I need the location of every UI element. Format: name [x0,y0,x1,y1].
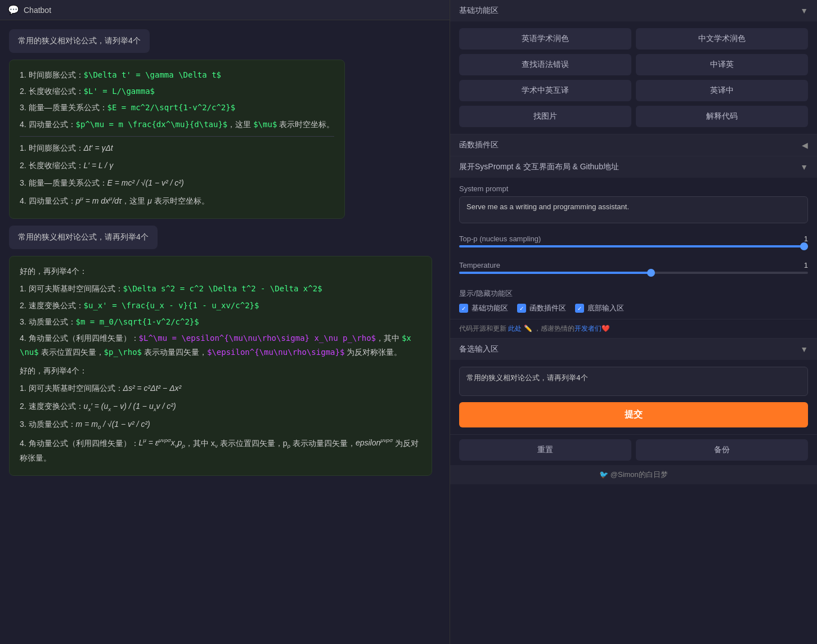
bottom-buttons: 重置 备份 [450,435,817,465]
basic-functions-grid: 英语学术润色 中文学术润色 查找语法错误 中译英 学术中英互译 英译中 找图片 … [450,21,817,134]
source-text: 代码开源和更新 [459,325,506,332]
temperature-label: Temperature [459,261,500,269]
visibility-section: 显示/隐藏功能区 ✓ 基础功能区 ✓ 函数插件区 ✓ 底部输入区 [450,283,817,319]
heart-icon: ❤️ [601,325,610,332]
btn-zh-en[interactable]: 中译英 [636,54,808,75]
backup-content: 常用的狭义相对论公式，请再列举4个 提交 [450,360,817,434]
response-list-2-raw: 1. 闵可夫斯基时空间隔公式：$\Delta s^2 = c^2 \Delta … [20,282,421,359]
backup-textarea[interactable]: 常用的狭义相对论公式，请再列举4个 [459,367,808,396]
basic-functions-header[interactable]: 基础功能区 ▼ [450,0,817,21]
sysprompt-arrow: ▼ [800,163,808,172]
visibility-title: 显示/隐藏功能区 [459,289,808,299]
checkbox-bottom: ✓ 底部输入区 [575,303,624,313]
response-intro: 好的，再列举4个： [20,264,421,278]
temperature-thumb[interactable] [647,269,655,277]
top-p-fill [459,245,808,247]
right-panel: 基础功能区 ▼ 英语学术润色 中文学术润色 查找语法错误 中译英 学术中英互译 … [450,0,817,644]
btn-academic-translate[interactable]: 学术中英互译 [459,80,631,101]
temperature-fill [459,272,651,274]
app-title: Chatbot [24,6,51,15]
checkbox-basic-box[interactable]: ✓ [459,304,468,313]
checkbox-bottom-box[interactable]: ✓ [575,304,584,313]
user-message-2: 常用的狭义相对论公式，请再列举4个 [9,226,158,249]
temperature-track[interactable] [459,272,808,274]
btn-english-polish[interactable]: 英语学术润色 [459,28,631,49]
thanks-link[interactable]: 开发者们 [574,325,601,332]
response-list-1: 1. 时间膨胀公式：$\Delta t' = \gamma \Delta t$ … [20,68,334,132]
assistant-message-1: 1. 时间膨胀公式：$\Delta t' = \gamma \Delta t$ … [9,60,345,219]
sysprompt-label: System prompt [459,184,808,193]
checkbox-plugin: ✓ 函数插件区 [517,303,566,313]
chatbot-icon: 💬 [8,4,19,15]
basic-functions-section: 基础功能区 ▼ 英语学术润色 中文学术润色 查找语法错误 中译英 学术中英互译 … [450,0,817,134]
backup-button[interactable]: 备份 [636,439,808,461]
btn-find-image[interactable]: 找图片 [459,106,631,127]
top-p-track[interactable] [459,245,808,247]
basic-functions-title: 基础功能区 [459,6,499,16]
user-message-1: 常用的狭义相对论公式，请列举4个 [9,29,150,53]
checkbox-basic-label: 基础功能区 [472,303,508,313]
backup-arrow: ▼ [800,345,808,354]
backup-header[interactable]: 备选输入区 ▼ [450,339,817,360]
assistant-message-2: 好的，再列举4个： 1. 闵可夫斯基时空间隔公式：$\Delta s^2 = c… [9,256,432,476]
btn-en-zh[interactable]: 英译中 [636,80,808,101]
chat-area: 常用的狭义相对论公式，请列举4个 1. 时间膨胀公式：$\Delta t' = … [0,20,450,644]
top-p-group: Top-p (nucleus sampling) 1 [450,230,817,256]
sysprompt-section-title: 展开SysPrompt & 交互界面布局 & Github地址 [459,162,619,172]
btn-grammar-check[interactable]: 查找语法错误 [459,54,631,75]
checkbox-basic: ✓ 基础功能区 [459,303,508,313]
checkbox-bottom-label: 底部输入区 [587,303,624,313]
title-bar: 💬 Chatbot [0,0,450,20]
plugin-section: 函数插件区 ◀ [450,134,817,156]
reset-button[interactable]: 重置 [459,439,631,461]
watermark: 🐦 @Simon的白日梦 [450,465,817,484]
top-p-value: 1 [804,235,808,243]
response-list-2-rendered: 1. 闵可夫斯基时空间隔公式：Δs² = c²Δt² − Δx² 2. 速度变换… [20,381,421,465]
btn-chinese-polish[interactable]: 中文学术润色 [636,28,808,49]
rendered-list-1: 1. 时间膨胀公式：Δt′ = γΔt 2. 长度收缩公式：L′ = L / γ… [20,141,334,208]
backup-title: 备选输入区 [459,344,499,354]
btn-explain-code[interactable]: 解释代码 [636,106,808,127]
plugin-header[interactable]: 函数插件区 ◀ [450,134,817,156]
checkbox-plugin-label: 函数插件区 [529,303,566,313]
backup-section: 备选输入区 ▼ 常用的狭义相对论公式，请再列举4个 提交 [450,339,817,435]
top-p-label: Top-p (nucleus sampling) [459,235,541,243]
sysprompt-header[interactable]: 展开SysPrompt & 交互界面布局 & Github地址 ▼ [450,156,817,178]
watermark-text: 🐦 @Simon的白日梦 [599,470,668,479]
sysprompt-section: 展开SysPrompt & 交互界面布局 & Github地址 ▼ System… [450,156,817,339]
checkbox-row: ✓ 基础功能区 ✓ 函数插件区 ✓ 底部输入区 [459,303,808,313]
temperature-value: 1 [804,261,808,269]
source-line: 代码开源和更新 此处 ✏️ ，感谢热情的开发者们❤️ [450,319,817,338]
basic-functions-arrow: ▼ [800,6,808,15]
sysprompt-value[interactable]: Serve me as a writing and programming as… [459,196,808,223]
source-link[interactable]: 此处 [508,325,522,332]
sysprompt-content: System prompt Serve me as a writing and … [450,178,817,230]
temperature-group: Temperature 1 [450,256,817,283]
submit-button[interactable]: 提交 [459,402,808,427]
top-p-thumb[interactable] [800,242,808,250]
plugin-arrow: ◀ [802,141,808,150]
checkbox-plugin-box[interactable]: ✓ [517,304,526,313]
plugin-title: 函数插件区 [459,140,499,150]
left-panel: 💬 Chatbot 常用的狭义相对论公式，请列举4个 1. 时间膨胀公式：$\D… [0,0,450,644]
